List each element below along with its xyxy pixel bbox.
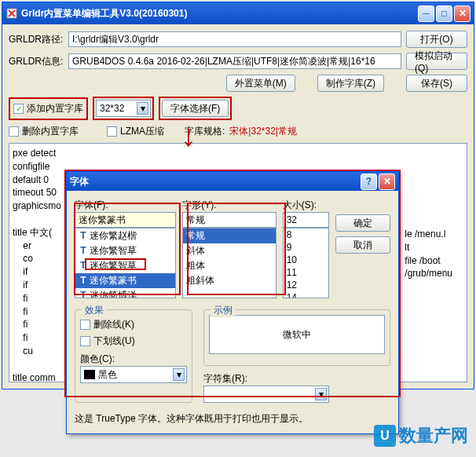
annotation-frame bbox=[74, 203, 181, 295]
open-button[interactable]: 打开(O) bbox=[406, 31, 467, 48]
add-font-checkbox-wrap[interactable]: ✓ 添加内置字库 bbox=[9, 97, 88, 120]
check-icon bbox=[107, 126, 117, 137]
window-title: Grldr内置菜单编辑工具V3.0(20160301) bbox=[21, 7, 416, 20]
simulate-button[interactable]: 模拟启动(Q) bbox=[406, 53, 467, 70]
font-select-wrap: 字体选择(F) bbox=[159, 97, 232, 120]
annotation-arrow: ↓ bbox=[181, 118, 196, 153]
lzma-checkbox[interactable]: LZMA压缩 bbox=[107, 125, 164, 138]
check-icon: ✓ bbox=[13, 104, 24, 114]
app-icon bbox=[5, 7, 18, 20]
close-button[interactable]: ✕ bbox=[454, 5, 471, 22]
annotation-frame bbox=[85, 258, 146, 270]
font-select-button[interactable]: 字体选择(F) bbox=[162, 100, 229, 117]
ext-menu-button[interactable]: 外置菜单(M) bbox=[226, 75, 295, 92]
maximize-button[interactable]: □ bbox=[436, 5, 452, 22]
main-titlebar: Grldr内置菜单编辑工具V3.0(20160301) ─ □ ✕ bbox=[2, 2, 474, 24]
annotation-frame bbox=[187, 203, 286, 295]
info-label: GRLDR信息: bbox=[9, 55, 64, 68]
fontsize-combo[interactable]: 32*32 ▾ bbox=[96, 100, 151, 117]
info-field[interactable]: GRUB4DOS 0.4.6a 2016-02-26|LZMA压缩|UTF8|迷… bbox=[68, 53, 401, 69]
font-spec-value: 宋体|32*32|常规 bbox=[229, 125, 297, 138]
fontsize-combo-wrap: 32*32 ▾ bbox=[93, 97, 154, 120]
watermark: U 数量产网 bbox=[374, 424, 468, 448]
path-field[interactable]: I:\grldr编辑V3.0\grldr bbox=[68, 31, 401, 47]
make-font-button[interactable]: 制作字库(Z) bbox=[317, 75, 384, 92]
path-label: GRLDR路径: bbox=[9, 33, 64, 46]
truetype-note: 这是 TrueType 字体。这种字体既用于打印也用于显示。 bbox=[75, 412, 390, 426]
chevron-down-icon: ▾ bbox=[137, 102, 148, 115]
check-icon bbox=[9, 126, 19, 137]
side-text: le /menu.l lt file /boot /grub/menu bbox=[405, 228, 452, 280]
del-font-checkbox[interactable]: 删除内置字库 bbox=[9, 125, 79, 138]
watermark-logo: U bbox=[374, 425, 396, 447]
minimize-button[interactable]: ─ bbox=[418, 5, 434, 22]
save-button[interactable]: 保存(S) bbox=[406, 75, 467, 92]
